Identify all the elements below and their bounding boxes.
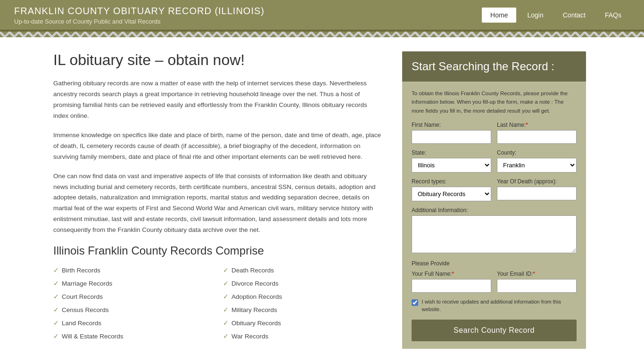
check-icon: ✓	[223, 280, 229, 287]
checkbox-label: I wish to receive updates and additional…	[422, 298, 577, 313]
state-label: State:	[412, 149, 491, 156]
records-list: ✓Birth Records✓Death Records✓Marriage Re…	[53, 265, 383, 341]
last-name-label: Last Name:*	[497, 122, 577, 128]
list-item: ✓Land Records	[53, 318, 214, 328]
first-name-label: First Name:	[412, 122, 491, 128]
state-select[interactable]: IllinoisAlabamaAlaskaArizonaArkansasCali…	[412, 158, 491, 173]
year-death-group: Year Of Death (approx):	[497, 178, 577, 201]
check-icon: ✓	[53, 332, 59, 340]
check-icon: ✓	[223, 306, 229, 313]
site-title: FRANKLIN COUNTY OBITUARY RECORD (ILLINOI…	[14, 5, 264, 17]
please-provide-label: Please Provide	[412, 260, 577, 267]
record-year-row: Record types: Obituary RecordsBirth Reco…	[412, 178, 577, 201]
full-name-label: Your Full Name:*	[412, 271, 491, 277]
record-type-label: Record types:	[412, 178, 491, 185]
panel-header: Start Searching the Record :	[402, 51, 586, 82]
nav-bar: Home Login Contact FAQs	[482, 8, 630, 23]
contact-row: Your Full Name:* Your Email ID:*	[412, 271, 577, 293]
list-item: ✓Divorce Records	[223, 278, 383, 288]
year-death-label: Year Of Death (approx):	[497, 178, 577, 185]
nav-login[interactable]: Login	[519, 8, 552, 23]
first-name-input[interactable]	[412, 130, 491, 144]
additional-info-label: Additional Information:	[412, 207, 577, 214]
state-group: State: IllinoisAlabamaAlaskaArizonaArkan…	[412, 149, 491, 173]
list-item: ✓Marriage Records	[53, 278, 214, 288]
main-container: IL obituary site – obtain now! Gathering…	[39, 37, 605, 362]
check-icon: ✓	[53, 293, 59, 300]
nav-contact[interactable]: Contact	[554, 8, 594, 23]
panel-title: Start Searching the Record :	[412, 60, 577, 73]
additional-info-textarea[interactable]	[412, 215, 577, 253]
panel-description: To obtain the Illinois Franklin County R…	[412, 89, 577, 115]
title-suffix: (ILLINOIS)	[212, 6, 264, 16]
list-item: ✓Birth Records	[53, 265, 214, 275]
para-1: Gathering obituary records are now a mat…	[53, 78, 383, 122]
check-icon: ✓	[223, 332, 229, 340]
full-name-group: Your Full Name:*	[412, 271, 491, 293]
header: FRANKLIN COUNTY OBITUARY RECORD (ILLINOI…	[0, 0, 644, 32]
checkbox-row: I wish to receive updates and additional…	[412, 298, 577, 313]
search-panel: Start Searching the Record : To obtain t…	[402, 51, 586, 349]
check-icon: ✓	[53, 319, 59, 327]
check-icon: ✓	[53, 280, 59, 287]
check-icon: ✓	[53, 266, 59, 274]
state-county-row: State: IllinoisAlabamaAlaskaArizonaArkan…	[412, 149, 577, 173]
last-name-input[interactable]	[497, 130, 577, 144]
additional-info-group: Additional Information:	[412, 207, 577, 255]
email-group: Your Email ID:*	[497, 271, 577, 293]
first-name-group: First Name:	[412, 122, 491, 144]
list-item: ✓Death Records	[223, 265, 383, 275]
list-item: ✓Military Records	[223, 304, 383, 315]
record-type-select[interactable]: Obituary RecordsBirth RecordsDeath Recor…	[412, 187, 491, 201]
county-group: County: FranklinAdamsAlexanderBondBooneB…	[497, 149, 577, 173]
newsletter-checkbox[interactable]	[412, 299, 418, 306]
section-heading: Illinois Franklin County Records Compris…	[53, 244, 383, 257]
para-3: One can now find data on vast and impera…	[53, 171, 383, 236]
check-icon: ✓	[223, 293, 229, 300]
record-type-group: Record types: Obituary RecordsBirth Reco…	[412, 178, 491, 201]
list-item: ✓Will & Estate Records	[53, 331, 214, 341]
email-input[interactable]	[497, 279, 577, 293]
list-item: ✓Court Records	[53, 291, 214, 302]
title-main: FRANKLIN COUNTY OBITUARY RECORD	[14, 6, 212, 16]
email-label: Your Email ID:*	[497, 271, 577, 277]
check-icon: ✓	[223, 319, 229, 327]
list-item: ✓Census Records	[53, 304, 214, 315]
para-2: Immense knowledge on specifics like date…	[53, 130, 383, 163]
search-button[interactable]: Search County Record	[412, 320, 577, 341]
zigzag-divider	[0, 32, 644, 37]
site-subtitle: Up-to-date Source of County Public and V…	[14, 18, 264, 25]
year-death-input[interactable]	[497, 187, 577, 200]
county-label: County:	[497, 149, 577, 156]
county-select[interactable]: FranklinAdamsAlexanderBondBooneBrownBure…	[497, 158, 577, 173]
header-left: FRANKLIN COUNTY OBITUARY RECORD (ILLINOI…	[14, 5, 264, 25]
last-name-group: Last Name:*	[497, 122, 577, 144]
check-icon: ✓	[223, 266, 229, 274]
left-content: IL obituary site – obtain now! Gathering…	[53, 51, 383, 349]
nav-faqs[interactable]: FAQs	[596, 8, 630, 23]
page-heading: IL obituary site – obtain now!	[53, 51, 383, 69]
list-item: ✓War Records	[223, 331, 383, 341]
panel-body: To obtain the Illinois Franklin County R…	[402, 82, 586, 349]
list-item: ✓Adoption Records	[223, 291, 383, 302]
list-item: ✓Obituary Records	[223, 318, 383, 328]
name-row: First Name: Last Name:*	[412, 122, 577, 144]
nav-home[interactable]: Home	[482, 8, 516, 23]
full-name-input[interactable]	[412, 279, 491, 293]
check-icon: ✓	[53, 306, 59, 313]
